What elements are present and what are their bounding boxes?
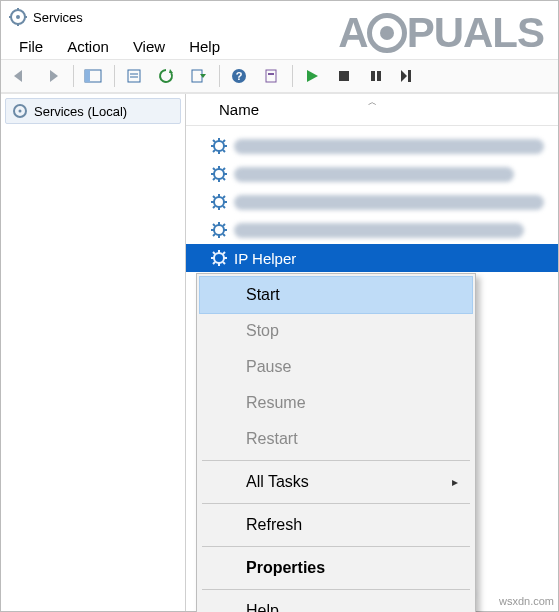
context-menu-stop: Stop	[200, 313, 472, 349]
svg-line-36	[213, 150, 215, 152]
services-window: Services A PUALS File Action View Help ?	[0, 0, 559, 612]
service-row-selected[interactable]: IP Helper	[186, 244, 558, 272]
service-row[interactable]	[186, 188, 558, 216]
stop-service-button[interactable]	[329, 62, 359, 90]
svg-marker-6	[14, 70, 22, 82]
context-menu-pause: Pause	[200, 349, 472, 385]
menu-separator	[202, 546, 470, 547]
column-header-row[interactable]: Name ︿	[186, 94, 558, 126]
svg-marker-20	[307, 70, 318, 82]
show-hide-tree-button[interactable]	[78, 62, 108, 90]
svg-point-28	[214, 141, 224, 151]
svg-point-27	[19, 110, 22, 113]
back-button[interactable]	[5, 62, 35, 90]
window-title: Services	[33, 10, 83, 25]
svg-line-60	[213, 224, 215, 226]
svg-point-55	[214, 225, 224, 235]
gear-icon	[210, 165, 228, 183]
svg-rect-10	[128, 70, 140, 82]
svg-rect-14	[192, 70, 202, 82]
tree-item-services-local[interactable]: Services (Local)	[5, 98, 181, 124]
svg-marker-7	[50, 70, 58, 82]
svg-point-1	[16, 15, 20, 19]
bullseye-icon	[367, 13, 407, 53]
svg-marker-13	[169, 69, 173, 73]
refresh-button[interactable]	[151, 62, 181, 90]
tree-item-label: Services (Local)	[34, 104, 127, 119]
gear-icon	[210, 137, 228, 155]
svg-line-61	[223, 234, 225, 236]
service-name: IP Helper	[234, 250, 296, 267]
menu-separator	[202, 503, 470, 504]
context-menu: StartStopPauseResumeRestartAll TasksRefr…	[196, 273, 476, 612]
help-button[interactable]: ?	[224, 62, 254, 90]
svg-rect-19	[268, 73, 274, 75]
services-app-icon	[9, 8, 27, 26]
menu-help[interactable]: Help	[177, 36, 232, 57]
menu-view[interactable]: View	[121, 36, 177, 57]
pause-service-button[interactable]	[361, 62, 391, 90]
gear-icon	[210, 249, 228, 267]
svg-rect-25	[408, 70, 411, 82]
watermark-left: A	[338, 9, 367, 57]
svg-line-52	[223, 206, 225, 208]
svg-rect-22	[371, 71, 375, 81]
svg-line-51	[213, 196, 215, 198]
watermark-right: PUALS	[407, 9, 544, 57]
toolbar-separator	[292, 65, 293, 87]
toolbar-separator	[219, 65, 220, 87]
context-menu-all-tasks[interactable]: All Tasks	[200, 464, 472, 500]
svg-rect-21	[339, 71, 349, 81]
svg-line-70	[223, 262, 225, 264]
service-row[interactable]	[186, 160, 558, 188]
svg-line-71	[223, 252, 225, 254]
context-menu-help[interactable]: Help	[200, 593, 472, 612]
export-list-button[interactable]	[183, 62, 213, 90]
context-menu-restart: Restart	[200, 421, 472, 457]
menu-file[interactable]: File	[7, 36, 55, 57]
toolbar: ?	[1, 59, 558, 93]
svg-line-72	[213, 262, 215, 264]
blurred-text	[234, 139, 544, 154]
column-name: Name	[219, 101, 259, 118]
svg-marker-24	[401, 70, 407, 82]
blurred-text	[234, 223, 524, 238]
gear-icon	[210, 193, 228, 211]
svg-line-33	[213, 140, 215, 142]
context-menu-properties[interactable]: Properties	[200, 550, 472, 586]
gear-icon	[12, 103, 28, 119]
svg-line-42	[213, 168, 215, 170]
svg-line-69	[213, 252, 215, 254]
context-menu-start[interactable]: Start	[200, 277, 472, 313]
start-service-button[interactable]	[297, 62, 327, 90]
svg-text:?: ?	[236, 70, 243, 82]
svg-point-64	[214, 253, 224, 263]
source-note: wsxdn.com	[499, 595, 554, 607]
toolbar-separator	[114, 65, 115, 87]
toolbar-separator	[73, 65, 74, 87]
svg-line-54	[213, 206, 215, 208]
svg-marker-15	[200, 74, 206, 78]
svg-rect-9	[85, 70, 90, 82]
blurred-text	[234, 195, 544, 210]
properties-button[interactable]	[119, 62, 149, 90]
gear-icon	[210, 221, 228, 239]
manage-button[interactable]	[256, 62, 286, 90]
svg-line-53	[223, 196, 225, 198]
svg-line-45	[213, 178, 215, 180]
menu-action[interactable]: Action	[55, 36, 121, 57]
context-menu-refresh[interactable]: Refresh	[200, 507, 472, 543]
svg-line-62	[223, 224, 225, 226]
svg-line-35	[223, 140, 225, 142]
menu-separator	[202, 460, 470, 461]
restart-service-button[interactable]	[393, 62, 423, 90]
svg-line-43	[223, 178, 225, 180]
context-menu-resume: Resume	[200, 385, 472, 421]
svg-point-46	[214, 197, 224, 207]
service-row[interactable]	[186, 132, 558, 160]
left-pane: Services (Local)	[1, 94, 186, 611]
svg-point-37	[214, 169, 224, 179]
service-row[interactable]	[186, 216, 558, 244]
forward-button[interactable]	[37, 62, 67, 90]
appuals-watermark: A PUALS	[338, 9, 544, 57]
